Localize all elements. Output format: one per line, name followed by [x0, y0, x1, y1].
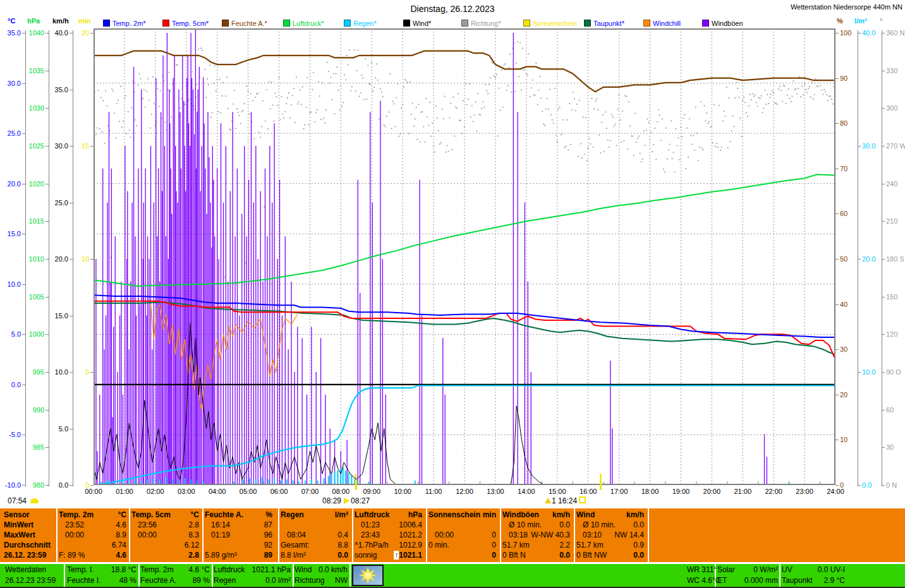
wind-axis-value: 30.0	[46, 142, 68, 150]
status-value: 0.0 l/m²	[265, 575, 291, 586]
x-axis-hour-label: 17:00	[607, 488, 632, 495]
table-cell: 96	[205, 530, 272, 540]
table-cell: l/m²	[281, 510, 348, 520]
x-axis-hour-label: 03:00	[174, 488, 199, 495]
sunrise-times: 08:2908:27	[322, 496, 370, 505]
direction-axis-tick	[882, 447, 885, 448]
humidity-axis-tick	[835, 33, 839, 33]
table-cell: 0.0	[576, 550, 644, 560]
table-cell: 8.8	[281, 540, 348, 550]
direction-axis-value: 150	[886, 293, 905, 301]
temp-axis-tick	[22, 284, 25, 285]
table-cell: 2.8	[131, 520, 199, 530]
sun-square-icon	[579, 496, 586, 503]
status-value: 4.6 °C	[189, 565, 210, 575]
table-cell: 0	[428, 540, 496, 550]
legend-label: Temp. 5cm*	[172, 20, 209, 27]
legend-label: Wind*	[413, 20, 431, 27]
x-axis-hour-label: 02:00	[143, 488, 168, 495]
direction-axis-tick	[882, 71, 885, 71]
table-cell: 0.0	[576, 520, 644, 530]
taupunkt--swatch-icon	[584, 20, 591, 27]
legend-item: Richtung*	[461, 20, 501, 28]
status-text: WR 311°	[687, 565, 717, 575]
moonset-time: 07:54	[8, 496, 39, 505]
status-label: Richtung	[295, 575, 324, 586]
wind-axis-tick	[70, 316, 73, 316]
sun-axis-tick	[90, 485, 94, 486]
humidity-axis-value: 30	[840, 345, 864, 353]
pressure-axis-tick	[46, 108, 49, 109]
table-column-separator	[426, 508, 427, 562]
direction-axis-tick	[882, 372, 885, 373]
table-row-label: MinWert	[4, 520, 54, 530]
direction-axis-tick	[882, 146, 885, 147]
wind-axis-value: 5.0	[46, 425, 68, 433]
status-label: Solar	[717, 565, 735, 575]
status-label: Regen	[214, 575, 236, 586]
table-cell: 0.0	[502, 550, 570, 560]
table-cell: 6.12	[131, 540, 199, 550]
rain-axis-tick	[858, 372, 861, 373]
table-cell: km/h	[576, 510, 644, 520]
legend-item: Luftdruck*	[283, 20, 324, 28]
status-value: 0 W/m²	[753, 565, 778, 575]
rain-axis-tick	[858, 485, 861, 486]
sonnenschein-swatch-icon	[523, 20, 530, 27]
direction-axis-tick	[882, 297, 885, 297]
temp-axis-value: 30.0	[0, 80, 21, 87]
status-value: 0.0 UV-I	[818, 565, 845, 575]
humidity-axis-value: 70	[840, 165, 864, 172]
status-label: Feuchte I.	[67, 575, 100, 586]
wind-axis-tick	[70, 203, 73, 203]
table-cell: NW 14.4	[576, 530, 644, 540]
status-line: Regen0.0 l/m²	[214, 575, 291, 586]
weather-app-window: { "header": { "title": "Dienstag, 26.12.…	[0, 0, 905, 588]
pressure-axis-value: 1000	[22, 330, 44, 338]
table-column-separator	[202, 508, 203, 562]
legend-item: Temp. 2m*	[103, 20, 146, 28]
sunset-count: 1	[552, 496, 556, 505]
humidity-axis-tick	[835, 395, 839, 395]
table-cell: 0	[428, 550, 496, 560]
table-row-label: MaxWert	[4, 530, 54, 540]
status-line: Solar0 W/m²	[717, 565, 778, 575]
direction-axis-value: 60	[886, 406, 905, 414]
richtung--swatch-icon	[461, 20, 468, 27]
x-axis-hour-label: 04:00	[205, 488, 230, 495]
status-value: 2.9 °C	[824, 575, 845, 586]
pressure-axis-tick	[46, 334, 49, 335]
pressure-axis-value: 1005	[22, 293, 44, 301]
status-value: 0.0 km/h	[319, 565, 348, 575]
pressure-axis-value: 980	[22, 481, 44, 489]
wind-axis-tick	[70, 429, 73, 429]
axis-unit-label: min	[78, 17, 91, 25]
legend-label: Luftdruck*	[293, 20, 324, 27]
temp-axis-tick	[22, 83, 25, 84]
table-cell: 8.3	[131, 530, 199, 540]
pressure-axis-value: 1030	[22, 104, 44, 112]
sun-axis-value: 5	[67, 368, 89, 376]
pressure-axis-value: 1025	[22, 142, 44, 150]
x-axis-hour-label: 05:00	[236, 488, 261, 495]
x-axis-hour-label: 19:00	[668, 488, 693, 495]
status-separator	[349, 564, 351, 587]
status-line: RichtungNW	[295, 575, 348, 586]
sun-axis-value: 20	[67, 29, 89, 37]
table-column-separator	[648, 508, 649, 562]
current-weather-status-bar: Wetterdaten26.12.23 23:59Temp. I.18.8 °C…	[0, 564, 905, 588]
table-column-separator	[278, 508, 279, 562]
table-row-label: Durchschnitt	[4, 540, 54, 550]
direction-axis-value: 90 O	[886, 368, 905, 376]
direction-axis-tick	[882, 259, 885, 260]
x-axis-hour-label: 14:00	[514, 488, 539, 495]
sun-event-tick-icon	[355, 481, 357, 490]
wind-axis-value: 25.0	[46, 199, 68, 207]
direction-axis-tick	[882, 410, 885, 411]
pressure-axis-value: 1015	[22, 217, 44, 225]
legend-label: Richtung*	[471, 20, 501, 27]
series-regen-summe	[94, 386, 835, 486]
table-cell: 1006.4	[355, 520, 422, 530]
sunrise-time-b: 08:27	[351, 496, 370, 505]
table-column-separator	[352, 508, 353, 562]
